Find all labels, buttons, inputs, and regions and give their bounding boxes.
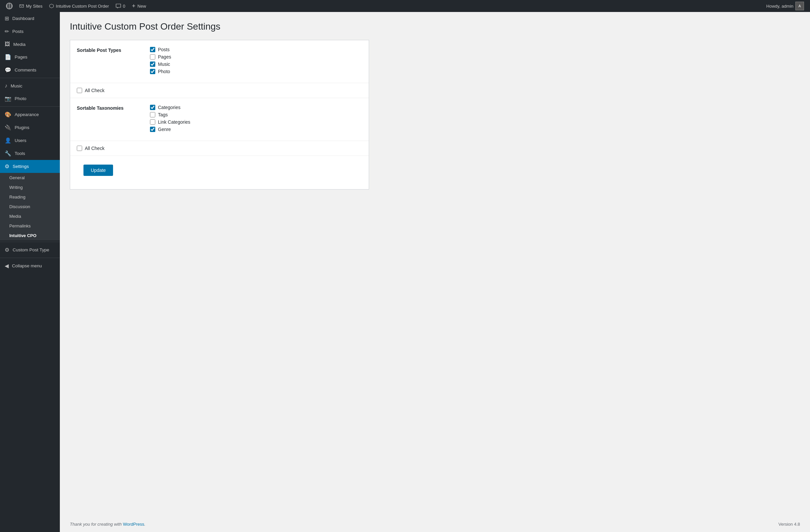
sidebar-item-tools[interactable]: 🔧 Tools [0, 147, 60, 160]
tools-icon: 🔧 [5, 150, 11, 157]
submenu-item-writing[interactable]: Writing [0, 182, 60, 192]
sidebar-item-custom-post-type[interactable]: ⚙ Custom Post Type [0, 243, 60, 256]
allcheck-post-types-checkbox[interactable] [77, 88, 82, 93]
allcheck-taxonomies-label[interactable]: All Check [77, 146, 104, 151]
sidebar-item-media[interactable]: 🖼 Media [0, 38, 60, 50]
photo-icon: 📷 [5, 95, 11, 102]
sidebar-item-settings[interactable]: ⚙ Settings [0, 160, 60, 173]
settings-submenu: General Writing Reading Discussion Media… [0, 173, 60, 240]
avatar: A [795, 2, 804, 10]
taxonomy-tags-checkbox[interactable] [150, 112, 155, 117]
footer: Thank you for creating with WordPress. V… [70, 522, 800, 527]
taxonomy-tags-label[interactable]: Tags [150, 112, 362, 117]
taxonomy-categories-label[interactable]: Categories [150, 105, 362, 110]
taxonomies-field: Categories Tags Link Categories Genre [150, 105, 362, 134]
allcheck-taxonomies-checkbox[interactable] [77, 146, 82, 151]
users-icon: 👤 [5, 137, 11, 144]
taxonomy-link-categories-label[interactable]: Link Categories [150, 119, 362, 125]
sidebar-item-posts[interactable]: ✏ Posts [0, 25, 60, 38]
custom-post-type-icon: ⚙ [5, 247, 9, 253]
sidebar-item-dashboard[interactable]: ⊞ Dashboard [0, 12, 60, 25]
taxonomy-genre-label[interactable]: Genre [150, 127, 362, 132]
allcheck-post-types-label[interactable]: All Check [77, 88, 104, 93]
new-content-link[interactable]: + New [129, 0, 150, 12]
submenu-item-media[interactable]: Media [0, 211, 60, 221]
taxonomy-link-categories-checkbox[interactable] [150, 119, 155, 125]
admin-bar: My Sites Intuitive Custom Post Order 0 +… [0, 0, 810, 12]
post-type-photo-checkbox[interactable] [150, 69, 155, 74]
dashboard-icon: ⊞ [5, 15, 9, 21]
site-name-link[interactable]: Intuitive Custom Post Order [46, 0, 112, 12]
sidebar-item-appearance[interactable]: 🎨 Appearance [0, 108, 60, 121]
sortable-taxonomies-label: Sortable Taxonomies [77, 105, 150, 111]
post-type-pages-label[interactable]: Pages [150, 54, 362, 60]
posts-icon: ✏ [5, 28, 9, 35]
my-sites-link[interactable]: My Sites [16, 0, 46, 12]
taxonomy-categories-checkbox[interactable] [150, 105, 155, 110]
main-content: Intuitive Custom Post Order Settings Sor… [60, 12, 810, 532]
music-icon: ♪ [5, 83, 7, 89]
settings-arrow-icon [53, 165, 55, 168]
wp-logo-icon[interactable] [3, 3, 16, 9]
sidebar-item-pages[interactable]: 📄 Pages [0, 50, 60, 64]
submenu-item-intuitive-cpo[interactable]: Intuitive CPO [0, 231, 60, 240]
collapse-icon: ◀ [5, 263, 9, 269]
sidebar-item-music[interactable]: ♪ Music [0, 79, 60, 92]
sidebar-item-plugins[interactable]: 🔌 Plugins [0, 121, 60, 134]
post-type-posts-label[interactable]: Posts [150, 47, 362, 52]
allcheck-post-types-row: All Check [70, 83, 369, 98]
footer-version: Version 4.8 [778, 522, 800, 527]
admin-user-section: Howdy, admin A [766, 2, 807, 10]
sidebar-item-comments[interactable]: 💬 Comments [0, 64, 60, 77]
sortable-post-types-label: Sortable Post Types [77, 47, 150, 53]
submenu-item-general[interactable]: General [0, 173, 60, 182]
sortable-post-types-row: Sortable Post Types Posts Pages Music [70, 40, 369, 83]
update-button[interactable]: Update [83, 165, 113, 176]
post-type-music-checkbox[interactable] [150, 62, 155, 67]
post-type-posts-checkbox[interactable] [150, 47, 155, 52]
sidebar-item-users[interactable]: 👤 Users [0, 134, 60, 147]
settings-icon: ⚙ [5, 163, 9, 170]
page-title: Intuitive Custom Post Order Settings [70, 21, 800, 32]
settings-form: Sortable Post Types Posts Pages Music [70, 40, 369, 190]
sidebar-item-photo[interactable]: 📷 Photo [0, 92, 60, 105]
wordpress-link[interactable]: WordPress [123, 522, 144, 527]
post-type-pages-checkbox[interactable] [150, 54, 155, 60]
post-types-field: Posts Pages Music Photo [150, 47, 362, 76]
allcheck-taxonomies-row: All Check [70, 141, 369, 156]
sidebar: ⊞ Dashboard ✏ Posts 🖼 Media 📄 Pages 💬 Co… [0, 12, 60, 532]
sortable-taxonomies-row: Sortable Taxonomies Categories Tags Link… [70, 98, 369, 141]
collapse-menu-button[interactable]: ◀ Collapse menu [0, 259, 60, 272]
post-type-photo-label[interactable]: Photo [150, 69, 362, 74]
submenu-item-reading[interactable]: Reading [0, 192, 60, 202]
appearance-icon: 🎨 [5, 111, 11, 118]
post-type-music-label[interactable]: Music [150, 62, 362, 67]
pages-icon: 📄 [5, 54, 11, 60]
footer-credit: Thank you for creating with WordPress. [70, 522, 145, 527]
plugins-icon: 🔌 [5, 124, 11, 131]
update-button-row: Update [70, 156, 369, 189]
comments-link[interactable]: 0 [112, 0, 129, 12]
comments-sidebar-icon: 💬 [5, 67, 11, 73]
taxonomy-genre-checkbox[interactable] [150, 127, 155, 132]
submenu-item-discussion[interactable]: Discussion [0, 202, 60, 211]
media-icon: 🖼 [5, 41, 10, 47]
submenu-item-permalinks[interactable]: Permalinks [0, 221, 60, 231]
